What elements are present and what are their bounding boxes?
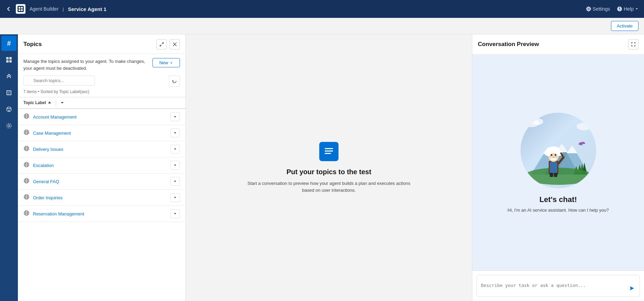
activate-bar: Activate [0, 18, 644, 34]
einstein-illustration [520, 113, 596, 188]
expand-conversation-button[interactable] [628, 39, 638, 49]
center-icon [319, 142, 339, 161]
sidebar-item-topics[interactable]: # [1, 36, 17, 51]
svg-point-82 [531, 118, 543, 125]
back-button[interactable] [6, 6, 12, 12]
topic-action-button[interactable] [170, 209, 180, 218]
sidebar-item-knowledge[interactable] [1, 85, 17, 100]
help-label: Help [624, 6, 634, 12]
svg-rect-1 [21, 7, 23, 9]
topic-link[interactable]: Reservation Management [33, 211, 170, 216]
topic-link[interactable]: Delivery Issues [33, 147, 170, 152]
send-button[interactable] [629, 285, 635, 293]
svg-marker-58 [567, 145, 577, 153]
topic-link[interactable]: Case Management [33, 131, 170, 136]
svg-point-72 [555, 154, 556, 156]
topic-globe-icon [23, 161, 30, 169]
topic-globe-icon [23, 178, 30, 185]
topics-header: Topics [18, 34, 185, 54]
conversation-input-wrapper [476, 275, 640, 297]
topic-label-header[interactable]: Topic Label [23, 100, 166, 105]
svg-point-68 [545, 150, 551, 156]
topic-link[interactable]: Account Management [33, 114, 170, 120]
topics-list: Account Management Case Management [18, 109, 185, 222]
collapse-panel-button[interactable] [157, 39, 167, 49]
svg-rect-4 [6, 57, 9, 59]
svg-point-13 [7, 123, 11, 128]
topics-table: Topic Label Account Management [18, 97, 185, 301]
topic-action-button[interactable] [170, 193, 180, 202]
topic-action-button[interactable] [170, 177, 180, 186]
topic-globe-icon [23, 113, 30, 121]
topic-action-button[interactable] [170, 129, 180, 137]
sidebar-item-themes[interactable] [1, 102, 17, 117]
svg-rect-6 [6, 60, 9, 63]
svg-point-71 [550, 154, 552, 156]
topics-description-area: Manage the topics assigned to your agent… [18, 54, 185, 76]
conversation-input-area [472, 270, 644, 301]
topics-title: Topics [23, 41, 42, 48]
svg-point-70 [550, 158, 557, 160]
sidebar-item-actions[interactable] [1, 69, 17, 84]
svg-rect-3 [21, 9, 23, 11]
center-title: Put your topics to the test [287, 168, 372, 176]
settings-link[interactable]: Settings [586, 6, 610, 12]
settings-label: Settings [593, 6, 610, 12]
table-row: Delivery Issues [18, 141, 185, 157]
topic-action-button[interactable] [170, 112, 180, 121]
topic-globe-icon [23, 194, 30, 201]
topic-link[interactable]: Order Inquiries [33, 195, 170, 200]
table-row: Case Management [18, 125, 185, 141]
table-header: Topic Label [18, 97, 185, 109]
svg-rect-2 [19, 9, 20, 11]
close-panel-button[interactable] [170, 39, 180, 49]
svg-point-11 [8, 110, 10, 111]
table-row: Account Management [18, 109, 185, 125]
topic-action-button[interactable] [170, 145, 180, 154]
table-row: Escalation [18, 157, 185, 174]
topic-link[interactable]: General FAQ [33, 179, 170, 184]
svg-rect-7 [9, 60, 12, 63]
refresh-button[interactable] [169, 76, 180, 87]
conversation-header: Conversation Preview [472, 34, 644, 55]
svg-rect-76 [550, 173, 553, 177]
lets-chat-heading: Let's chat! [539, 195, 577, 204]
svg-rect-0 [19, 7, 20, 9]
topic-action-button[interactable] [170, 161, 180, 170]
sidebar-icons: # [0, 34, 18, 301]
help-link[interactable]: Help [617, 6, 638, 12]
svg-point-9 [7, 108, 9, 109]
main-layout: # Topics [0, 34, 644, 301]
sidebar-item-settings[interactable] [1, 118, 17, 133]
conversation-body: Let's chat! Hi, I'm an AI service assist… [472, 55, 644, 270]
conversation-input[interactable] [481, 283, 629, 293]
sidebar-item-grid[interactable] [1, 52, 17, 67]
agent-name-label: Service Agent 1 [68, 6, 106, 12]
svg-point-10 [9, 108, 11, 109]
topic-globe-icon [23, 210, 30, 218]
conversation-title: Conversation Preview [478, 41, 539, 48]
new-button[interactable]: New [152, 58, 180, 67]
table-row: General FAQ [18, 174, 185, 190]
search-wrapper [23, 76, 167, 87]
svg-rect-52 [325, 153, 331, 154]
chat-subtitle: Hi, I'm an AI service assistant. How can… [507, 208, 609, 213]
table-row: Reservation Management [18, 206, 185, 222]
nav-divider: | [63, 7, 64, 12]
sort-info: 7 items • Sorted by Topic Label(asc) [18, 89, 185, 97]
conversation-panel: Conversation Preview [472, 34, 644, 301]
agent-builder-label: Agent Builder [30, 6, 58, 12]
svg-rect-5 [9, 57, 12, 59]
svg-point-83 [577, 123, 592, 130]
table-row: Order Inquiries [18, 190, 185, 206]
search-input[interactable] [23, 76, 95, 86]
topic-globe-icon [23, 145, 30, 153]
app-icon [16, 4, 25, 14]
topic-link[interactable]: Escalation [33, 163, 170, 168]
svg-rect-65 [550, 162, 557, 174]
svg-rect-77 [554, 173, 557, 177]
center-content: Put your topics to the test Start a conv… [186, 34, 472, 301]
activate-button[interactable]: Activate [611, 21, 638, 31]
top-navigation: Agent Builder | Service Agent 1 Settings… [0, 0, 644, 18]
svg-rect-51 [325, 150, 333, 152]
